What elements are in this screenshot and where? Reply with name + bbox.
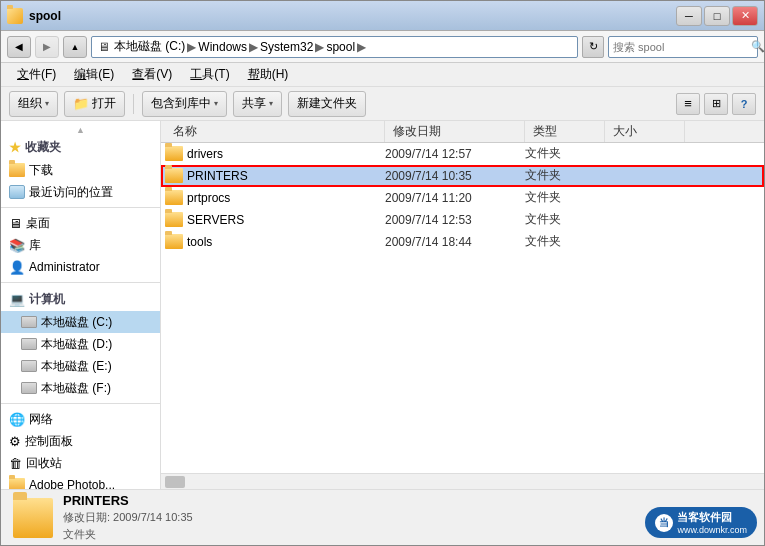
back-button[interactable]: ◀ <box>7 36 31 58</box>
menu-help[interactable]: 帮助(H) <box>240 64 297 85</box>
file-list: drivers 2009/7/14 12:57 文件夹 PRINTERS 200… <box>161 143 764 473</box>
sidebar-item-administrator[interactable]: 👤 Administrator <box>1 256 160 278</box>
search-input[interactable] <box>613 41 751 53</box>
organize-arrow: ▾ <box>45 99 49 108</box>
path-segment-3[interactable]: System32 <box>260 40 313 54</box>
help-button[interactable]: ? <box>732 93 756 115</box>
sidebar: ▲ ★ 收藏夹 下载 最近访问的位置 🖥 桌面 📚 <box>1 121 161 489</box>
organize-label: 组织 <box>18 95 42 112</box>
menu-edit[interactable]: 编辑(E) <box>66 64 122 85</box>
col-header-type[interactable]: 类型 <box>525 121 605 142</box>
sidebar-item-adobe[interactable]: Adobe Photob... <box>1 474 160 489</box>
drive-f-label: 本地磁盘 (F:) <box>41 380 111 397</box>
file-name-printers: PRINTERS <box>187 169 248 183</box>
share-label: 共享 <box>242 95 266 112</box>
sidebar-item-control-panel[interactable]: ⚙ 控制面板 <box>1 430 160 452</box>
library-icon: 📚 <box>9 238 25 253</box>
menu-view[interactable]: 查看(V) <box>124 64 180 85</box>
sidebar-item-drive-e[interactable]: 本地磁盘 (E:) <box>1 355 160 377</box>
include-in-library-button[interactable]: 包含到库中 ▾ <box>142 91 227 117</box>
file-date-tools: 2009/7/14 18:44 <box>385 235 525 249</box>
computer-header[interactable]: 💻 计算机 <box>1 287 160 311</box>
file-date-drivers: 2009/7/14 12:57 <box>385 147 525 161</box>
sidebar-item-drive-c[interactable]: 本地磁盘 (C:) <box>1 311 160 333</box>
drive-e-icon <box>21 360 37 372</box>
col-header-date[interactable]: 修改日期 <box>385 121 525 142</box>
path-segment-4[interactable]: spool <box>326 40 355 54</box>
sidebar-item-downloads[interactable]: 下载 <box>1 159 160 181</box>
menu-file[interactable]: 文件(F) <box>9 64 64 85</box>
file-name-drivers: drivers <box>187 147 223 161</box>
toolbar-right: ≡ ⊞ ? <box>676 93 756 115</box>
sidebar-item-desktop[interactable]: 🖥 桌面 <box>1 212 160 234</box>
path-sep-4: ▶ <box>357 40 366 54</box>
downloads-label: 下载 <box>29 162 53 179</box>
desktop-label: 桌面 <box>26 215 50 232</box>
computer-label: 计算机 <box>29 291 65 308</box>
organize-button[interactable]: 组织 ▾ <box>9 91 58 117</box>
sidebar-item-network[interactable]: 🌐 网络 <box>1 408 160 430</box>
sidebar-item-recent-places[interactable]: 最近访问的位置 <box>1 181 160 203</box>
library-label: 库 <box>29 237 41 254</box>
sidebar-item-drive-f[interactable]: 本地磁盘 (F:) <box>1 377 160 399</box>
desktop-icon: 🖥 <box>9 216 22 231</box>
col-header-name[interactable]: 名称 <box>165 121 385 142</box>
h-scroll-thumb[interactable] <box>165 476 185 488</box>
status-text: PRINTERS 修改日期: 2009/7/14 10:35 文件夹 <box>63 493 193 542</box>
folder-icon-toolbar: 📁 <box>73 96 89 111</box>
refresh-button[interactable]: ↻ <box>582 36 604 58</box>
path-sep-1: ▶ <box>187 40 196 54</box>
share-arrow: ▾ <box>269 99 273 108</box>
view-list-button[interactable]: ≡ <box>676 93 700 115</box>
folder-icon-tools <box>165 234 183 249</box>
menu-tools[interactable]: 工具(T) <box>182 64 237 85</box>
include-arrow: ▾ <box>214 99 218 108</box>
drive-d-icon <box>21 338 37 350</box>
open-button[interactable]: 📁 打开 <box>64 91 125 117</box>
status-name: PRINTERS <box>63 493 193 508</box>
sidebar-item-recycle-bin[interactable]: 🗑 回收站 <box>1 452 160 474</box>
maximize-button[interactable]: □ <box>704 6 730 26</box>
file-row-printers[interactable]: PRINTERS 2009/7/14 10:35 文件夹 <box>161 165 764 187</box>
sidebar-item-library[interactable]: 📚 库 <box>1 234 160 256</box>
administrator-label: Administrator <box>29 260 100 274</box>
up-button[interactable]: ▲ <box>63 36 87 58</box>
file-row-tools[interactable]: tools 2009/7/14 18:44 文件夹 <box>161 231 764 253</box>
sidebar-item-drive-d[interactable]: 本地磁盘 (D:) <box>1 333 160 355</box>
recent-places-icon <box>9 185 25 199</box>
minimize-button[interactable]: ─ <box>676 6 702 26</box>
watermark-url: www.downkr.com <box>677 525 747 535</box>
breadcrumb-icon: 🖥 <box>98 40 110 54</box>
recent-places-label: 最近访问的位置 <box>29 184 113 201</box>
title-bar: spool ─ □ ✕ <box>1 1 764 31</box>
control-panel-icon: ⚙ <box>9 434 21 449</box>
adobe-folder-icon <box>9 478 25 489</box>
close-button[interactable]: ✕ <box>732 6 758 26</box>
path-segment-1[interactable]: 本地磁盘 (C:) <box>114 38 185 55</box>
file-row-drivers[interactable]: drivers 2009/7/14 12:57 文件夹 <box>161 143 764 165</box>
path-segment-2[interactable]: Windows <box>198 40 247 54</box>
share-button[interactable]: 共享 ▾ <box>233 91 282 117</box>
recycle-bin-icon: 🗑 <box>9 456 22 471</box>
favorites-label: 收藏夹 <box>25 139 61 156</box>
file-name-tools: tools <box>187 235 212 249</box>
watermark-text: 当客软件园 www.downkr.com <box>677 510 747 535</box>
view-details-button[interactable]: ⊞ <box>704 93 728 115</box>
address-path[interactable]: 🖥 本地磁盘 (C:) ▶ Windows ▶ System32 ▶ spool… <box>91 36 578 58</box>
search-icon: 🔍 <box>751 40 765 53</box>
window-title: spool <box>29 9 676 23</box>
file-row-prtprocs[interactable]: prtprocs 2009/7/14 11:20 文件夹 <box>161 187 764 209</box>
path-sep-3: ▶ <box>315 40 324 54</box>
open-label: 打开 <box>92 95 116 112</box>
toolbar-separator-1 <box>133 94 134 114</box>
new-folder-button[interactable]: 新建文件夹 <box>288 91 366 117</box>
window-icon <box>7 8 23 24</box>
star-icon: ★ <box>9 140 21 155</box>
horizontal-scrollbar[interactable] <box>161 473 764 489</box>
drive-c-label: 本地磁盘 (C:) <box>41 314 112 331</box>
col-header-size[interactable]: 大小 <box>605 121 685 142</box>
file-row-servers[interactable]: SERVERS 2009/7/14 12:53 文件夹 <box>161 209 764 231</box>
sidebar-sep-2 <box>1 282 160 283</box>
sidebar-sep-1 <box>1 207 160 208</box>
forward-button[interactable]: ▶ <box>35 36 59 58</box>
